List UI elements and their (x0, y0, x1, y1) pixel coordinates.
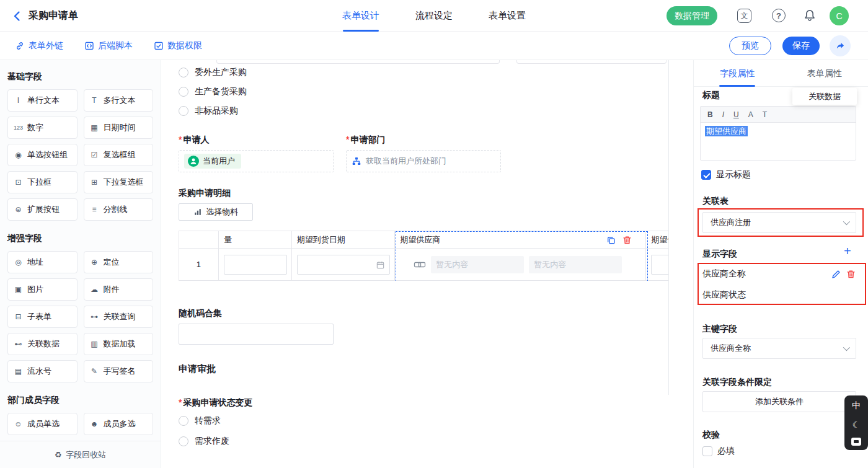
field-radio-group[interactable]: ◉单选按钮组 (7, 144, 78, 166)
address-icon: ◎ (13, 258, 24, 267)
col-quantity[interactable]: 量 (219, 231, 292, 248)
chevron-down-icon (843, 218, 850, 225)
radio-icon[interactable] (179, 68, 188, 77)
tab-field-properties[interactable]: 字段属性 (694, 60, 781, 86)
col-expected-supplier-2[interactable]: 期望供应 (646, 231, 668, 248)
field-image[interactable]: ▣图片 (7, 278, 78, 301)
data-permission-button[interactable]: 数据权限 (154, 40, 202, 51)
quantity-input[interactable] (224, 255, 287, 275)
tab-form-properties[interactable]: 表单属性 (781, 60, 868, 86)
current-user-tag: 当前用户 (184, 154, 241, 169)
ime-toolbar[interactable]: 中 ☾ (844, 395, 868, 450)
tab-flow-setting[interactable]: 流程设定 (415, 0, 453, 32)
field-location[interactable]: ⊕定位 (84, 251, 154, 273)
field-member-multi[interactable]: ☻成员多选 (84, 413, 154, 435)
applicant-field[interactable]: 当前用户 (179, 150, 334, 172)
font-size-icon[interactable]: T (763, 110, 767, 119)
ime-moon-icon[interactable]: ☾ (852, 420, 861, 430)
section-title-enhanced: 增强字段 (7, 233, 153, 244)
radio-option[interactable]: 生产备货采购 (179, 86, 247, 98)
bell-icon[interactable] (803, 9, 817, 22)
field-divider[interactable]: ≡分割线 (84, 198, 154, 221)
avatar[interactable]: C (830, 6, 849, 25)
delete-field-icon[interactable] (846, 269, 856, 280)
col-serial (179, 231, 219, 248)
radio-option[interactable]: 需求作废 (179, 435, 229, 448)
underline-icon[interactable]: U (733, 110, 739, 119)
field-datetime[interactable]: ▦日期时间 (84, 117, 154, 139)
col-expected-date[interactable]: 期望到货日期 (292, 231, 396, 248)
font-color-icon[interactable]: A (748, 110, 753, 119)
radio-option[interactable]: 非标品采购 (179, 105, 238, 117)
user-icon (188, 156, 199, 167)
field-multi-text[interactable]: T多行文本 (84, 89, 154, 112)
field-single-text[interactable]: I单行文本 (7, 89, 78, 112)
primary-key-select[interactable]: 供应商全称 (702, 338, 856, 359)
show-title-row[interactable]: 显示标题 (701, 169, 751, 180)
field-multi-select[interactable]: ⊞下拉复选框 (84, 171, 154, 193)
field-extend-button[interactable]: ⊜扩展按钮 (7, 198, 78, 221)
supplier-input-1[interactable]: 暂无内容 (431, 256, 524, 273)
data-manage-button[interactable]: 数据管理 (666, 6, 717, 25)
share-icon (835, 40, 846, 51)
field-checkbox-group[interactable]: ☑复选框组 (84, 144, 154, 166)
related-data-icon (414, 260, 426, 270)
back-icon[interactable] (10, 9, 25, 24)
radio-icon[interactable] (179, 87, 188, 97)
field-subform[interactable]: ⊟子表单 (7, 306, 78, 328)
external-link-button[interactable]: 表单外链 (15, 40, 63, 51)
supplier-input-2[interactable]: 暂无内容 (529, 256, 622, 273)
show-title-checkbox[interactable] (701, 170, 711, 180)
edit-field-icon[interactable] (831, 269, 841, 280)
field-related-query[interactable]: ⊶关联查询 (84, 306, 154, 328)
display-field-row[interactable]: 供应商状态 (702, 288, 856, 302)
select-material-button[interactable]: 选择物料 (179, 203, 253, 221)
department-field[interactable]: 获取当前用户所处部门 (346, 150, 501, 172)
italic-icon[interactable]: I (722, 110, 724, 119)
field-recycle-bin[interactable]: ♻ 字段回收站 (0, 441, 161, 468)
radio-option[interactable]: 委外生产采购 (179, 66, 247, 79)
preview-button[interactable]: 预览 (729, 37, 771, 55)
delete-column-icon[interactable] (622, 235, 632, 245)
radio-icon[interactable] (179, 416, 188, 426)
share-button[interactable] (830, 35, 851, 56)
translate-icon[interactable]: 文 (737, 9, 751, 23)
date-input[interactable] (297, 255, 390, 275)
title-input[interactable]: 期望供应商 (701, 123, 856, 160)
radio-option[interactable]: 转需求 (179, 415, 221, 427)
random-code-input[interactable] (179, 324, 334, 345)
top-tabs: 表单设计 流程设定 表单设置 (342, 0, 526, 32)
field-address[interactable]: ◎地址 (7, 251, 78, 273)
field-member-single[interactable]: ☺成员单选 (7, 413, 78, 435)
add-condition-button[interactable]: 添加关联条件 (702, 391, 856, 412)
property-panel: 字段属性 表单属性 关联数据 标题 B I U A T 期望供应商 显示标题 关… (693, 60, 868, 468)
clipped-input-top-1[interactable] (216, 60, 500, 64)
field-attachment[interactable]: ☁附件 (84, 278, 154, 301)
multi-text-icon: T (89, 96, 100, 105)
clipped-input-top-2[interactable] (516, 60, 666, 64)
add-display-field-icon[interactable]: + (844, 245, 851, 257)
ime-keyboard-icon[interactable] (851, 438, 861, 446)
field-serial-number[interactable]: ▤流水号 (7, 360, 78, 382)
required-row[interactable]: 必填 (702, 446, 735, 457)
radio-icon[interactable] (179, 106, 188, 116)
ime-language-icon[interactable]: 中 (852, 400, 861, 412)
required-checkbox[interactable] (702, 446, 712, 456)
save-button[interactable]: 保存 (782, 37, 820, 55)
bold-icon[interactable]: B (707, 110, 713, 119)
tab-form-design[interactable]: 表单设计 (342, 0, 379, 32)
primary-key-label: 主键字段 (702, 324, 737, 335)
copy-column-icon[interactable] (606, 235, 616, 245)
field-number[interactable]: 123数字 (7, 117, 78, 139)
backend-script-button[interactable]: 后端脚本 (84, 40, 133, 51)
related-table-select[interactable]: 供应商注册 (702, 212, 856, 233)
field-related-data[interactable]: ⊷关联数据 (7, 333, 78, 355)
radio-icon[interactable] (179, 436, 188, 446)
help-icon[interactable]: ? (772, 9, 786, 22)
field-select[interactable]: ⊡下拉框 (7, 171, 78, 193)
tab-form-setting[interactable]: 表单设置 (489, 0, 526, 32)
field-signature[interactable]: ✎手写签名 (84, 360, 154, 382)
supplier2-input[interactable] (651, 255, 668, 275)
field-data-load[interactable]: ▥数据加载 (84, 333, 154, 355)
image-icon: ▣ (13, 285, 24, 294)
